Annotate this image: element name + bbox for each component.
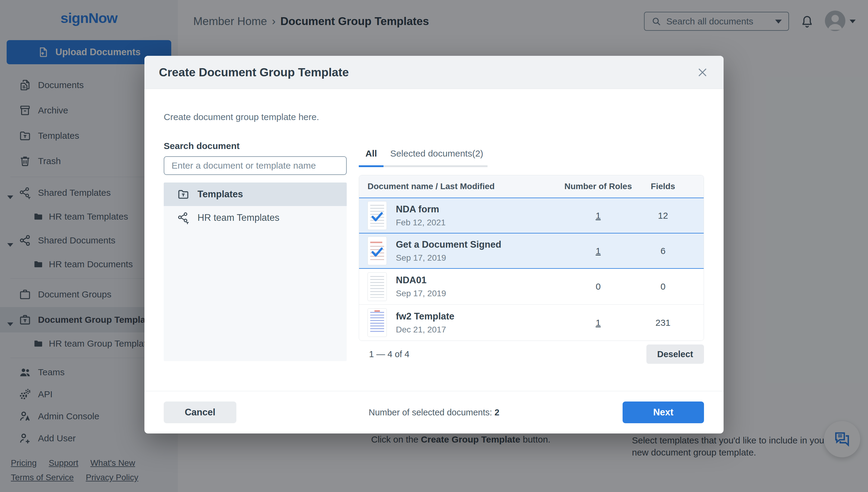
modal-header: Create Document Group Template (145, 56, 723, 89)
deselect-button[interactable]: Deselect (646, 344, 704, 364)
column-header-name: Document name / Last Modified (367, 181, 562, 191)
document-date: Feb 12, 2021 (396, 218, 445, 227)
document-date: Dec 21, 2017 (396, 325, 454, 335)
table-row[interactable]: NDA form Feb 12, 2021 1 12 (359, 198, 704, 233)
document-thumbnail (367, 308, 387, 337)
cancel-button[interactable]: Cancel (164, 401, 236, 423)
table-row[interactable]: NDA01 Sep 17, 2019 0 0 (359, 269, 704, 305)
column-header-roles: Number of Roles (562, 181, 634, 191)
document-name: fw2 Template (396, 311, 454, 322)
roles-count-link[interactable]: 1 (596, 246, 601, 256)
folder-list: Templates HR team Templates (164, 182, 347, 361)
tab-selected-documents[interactable]: Selected documents(2) (383, 148, 490, 167)
folder-item-hr-team-templates[interactable]: HR team Templates (164, 206, 347, 229)
document-name: NDA01 (396, 275, 427, 285)
document-name: NDA form (396, 204, 439, 215)
app-root: signNow Upload Documents Documents Archi… (0, 0, 868, 492)
modal-body: Create document group template here. Sea… (145, 112, 723, 364)
modal-footer: Cancel Number of selected documents: 2 N… (145, 391, 723, 434)
selected-check-icon (370, 210, 384, 224)
document-thumbnail (367, 201, 387, 230)
pagination-info: 1 — 4 of 4 (369, 349, 409, 359)
document-source-panel: Search document Templates HR team Templa… (164, 141, 347, 364)
folder-item-templates[interactable]: Templates (164, 182, 347, 206)
fields-count: 12 (634, 211, 692, 221)
tab-all[interactable]: All (359, 148, 383, 167)
modal-title: Create Document Group Template (159, 66, 349, 79)
table-footer: 1 — 4 of 4 Deselect (359, 344, 704, 364)
document-thumbnail (367, 272, 387, 301)
document-search-input[interactable] (164, 156, 347, 175)
documents-table: Document name / Last Modified Number of … (359, 175, 704, 341)
close-icon[interactable] (696, 66, 709, 79)
column-header-fields: Fields (634, 181, 692, 191)
fields-count: 231 (634, 318, 692, 328)
templates-folder-icon (177, 188, 189, 201)
document-name: Get a Document Signed (396, 239, 502, 250)
selected-documents-count: Number of selected documents: 2 (369, 408, 500, 418)
modal-intro-text: Create document group template here. (164, 112, 704, 122)
search-document-label: Search document (164, 141, 347, 151)
roles-count-link[interactable]: 1 (596, 318, 601, 327)
document-tabs: All Selected documents(2) (359, 148, 487, 167)
folder-item-label: HR team Templates (198, 212, 280, 223)
document-thumbnail (367, 237, 387, 265)
shared-templates-icon (177, 212, 189, 224)
selected-check-icon (370, 245, 384, 259)
table-row[interactable]: fw2 Template Dec 21, 2017 1 231 (359, 305, 704, 341)
document-date: Sep 17, 2019 (396, 253, 502, 263)
table-row[interactable]: Get a Document Signed Sep 17, 2019 1 6 (359, 233, 704, 269)
table-header: Document name / Last Modified Number of … (359, 175, 704, 198)
folder-item-label: Templates (198, 189, 243, 200)
roles-count: 0 (562, 281, 634, 292)
create-document-group-template-modal: Create Document Group Template Create do… (145, 56, 723, 434)
next-button[interactable]: Next (622, 401, 704, 423)
roles-count-link[interactable]: 1 (596, 211, 601, 221)
document-picker-panel: All Selected documents(2) Document name … (359, 141, 704, 364)
fields-count: 6 (634, 246, 692, 256)
fields-count: 0 (634, 281, 692, 292)
document-date: Sep 17, 2019 (396, 289, 446, 298)
